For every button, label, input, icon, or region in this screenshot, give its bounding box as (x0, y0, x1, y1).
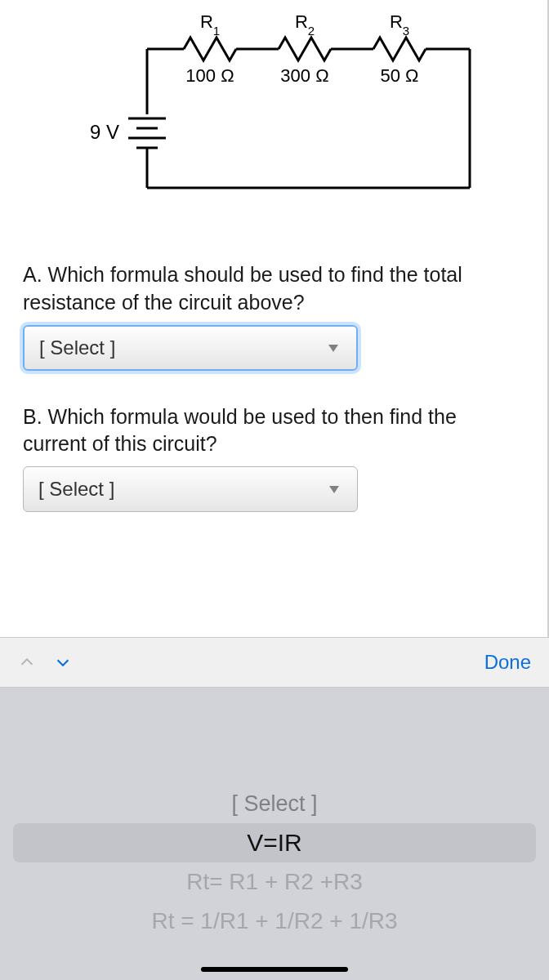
chevron-down-icon (329, 486, 339, 493)
svg-text:300 Ω: 300 Ω (280, 65, 328, 86)
svg-text:100 Ω: 100 Ω (185, 65, 234, 86)
home-indicator (201, 967, 348, 972)
select-b-label: [ Select ] (38, 478, 114, 501)
prev-field-chevron-up-icon[interactable] (18, 653, 36, 671)
svg-text:9 V: 9 V (90, 121, 119, 143)
chevron-down-icon (328, 344, 338, 351)
picker-option[interactable]: [ Select ] (13, 784, 536, 823)
keyboard-toolbar: Done (0, 637, 549, 688)
done-button[interactable]: Done (484, 651, 531, 674)
next-field-chevron-down-icon[interactable] (54, 653, 72, 671)
svg-text:R1: R1 (200, 11, 220, 38)
question-a-text: A. Which formula should be used to find … (23, 261, 524, 317)
option-picker[interactable]: [ Select ] V=IR Rt= R1 + R2 +R3 Rt = 1/R… (0, 688, 549, 980)
select-a[interactable]: [ Select ] (23, 325, 358, 371)
select-a-label: [ Select ] (39, 336, 115, 359)
circuit-svg: R1 R2 R3 100 Ω 300 Ω 50 Ω 9 V (61, 8, 486, 220)
svg-text:50 Ω: 50 Ω (380, 65, 418, 86)
picker-option[interactable]: Rt = 1/R1 + 1/R2 + 1/R3 (13, 902, 536, 941)
select-b[interactable]: [ Select ] (23, 466, 358, 512)
picker-option-selected[interactable]: V=IR (13, 823, 536, 862)
circuit-diagram: R1 R2 R3 100 Ω 300 Ω 50 Ω 9 V (23, 0, 524, 220)
question-content: R1 R2 R3 100 Ω 300 Ω 50 Ω 9 V A. Which f… (0, 0, 549, 637)
svg-text:R3: R3 (390, 11, 409, 38)
question-b-text: B. Which formula would be used to then f… (23, 403, 524, 459)
svg-text:R2: R2 (295, 11, 315, 38)
picker-option[interactable]: Rt= R1 + R2 +R3 (13, 862, 536, 902)
